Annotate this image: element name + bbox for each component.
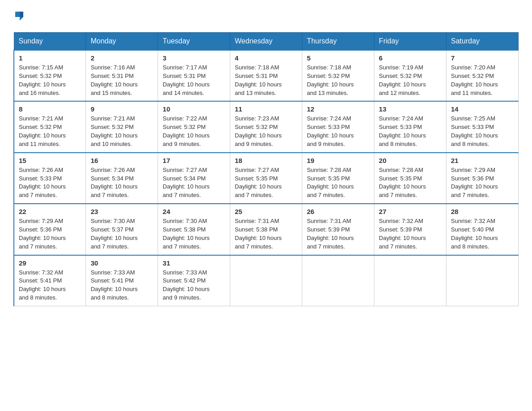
header-sunday: Sunday xyxy=(14,33,86,51)
calendar-day-cell: 8 Sunrise: 7:21 AMSunset: 5:32 PMDayligh… xyxy=(14,101,86,152)
day-info: Sunrise: 7:29 AMSunset: 5:36 PMDaylight:… xyxy=(451,167,498,199)
day-number: 5 xyxy=(307,54,369,62)
day-number: 18 xyxy=(235,157,297,164)
day-info: Sunrise: 7:33 AMSunset: 5:41 PMDaylight:… xyxy=(90,269,137,301)
day-number: 1 xyxy=(19,54,81,62)
calendar-empty-cell xyxy=(230,255,302,306)
calendar-day-cell: 27 Sunrise: 7:32 AMSunset: 5:39 PMDaylig… xyxy=(374,204,446,255)
calendar-day-cell: 11 Sunrise: 7:23 AMSunset: 5:32 PMDaylig… xyxy=(230,101,302,152)
header-thursday: Thursday xyxy=(302,33,374,51)
day-number: 4 xyxy=(235,54,297,62)
day-number: 20 xyxy=(379,157,442,164)
day-info: Sunrise: 7:24 AMSunset: 5:33 PMDaylight:… xyxy=(379,115,426,147)
day-info: Sunrise: 7:26 AMSunset: 5:34 PMDaylight:… xyxy=(90,167,137,199)
day-number: 15 xyxy=(19,157,81,164)
calendar-day-cell: 19 Sunrise: 7:28 AMSunset: 5:35 PMDaylig… xyxy=(302,153,374,204)
day-info: Sunrise: 7:16 AMSunset: 5:31 PMDaylight:… xyxy=(90,64,137,96)
day-info: Sunrise: 7:22 AMSunset: 5:32 PMDaylight:… xyxy=(163,115,210,147)
calendar-day-cell: 22 Sunrise: 7:29 AMSunset: 5:36 PMDaylig… xyxy=(14,204,86,255)
calendar-day-cell: 5 Sunrise: 7:18 AMSunset: 5:32 PMDayligh… xyxy=(302,50,374,101)
day-number: 24 xyxy=(163,208,225,215)
svg-marker-1 xyxy=(20,12,23,17)
day-number: 19 xyxy=(307,157,369,164)
calendar-day-cell: 26 Sunrise: 7:31 AMSunset: 5:39 PMDaylig… xyxy=(302,204,374,255)
day-info: Sunrise: 7:18 AMSunset: 5:32 PMDaylight:… xyxy=(307,64,354,96)
calendar-day-cell: 29 Sunrise: 7:32 AMSunset: 5:41 PMDaylig… xyxy=(14,255,86,306)
header-saturday: Saturday xyxy=(446,33,519,51)
calendar-day-cell: 12 Sunrise: 7:24 AMSunset: 5:33 PMDaylig… xyxy=(302,101,374,152)
day-number: 10 xyxy=(163,105,225,113)
day-info: Sunrise: 7:33 AMSunset: 5:42 PMDaylight:… xyxy=(163,269,210,301)
day-number: 9 xyxy=(90,105,153,113)
calendar-week-row: 29 Sunrise: 7:32 AMSunset: 5:41 PMDaylig… xyxy=(14,255,519,306)
day-number: 3 xyxy=(163,54,225,62)
day-number: 22 xyxy=(19,208,81,215)
day-number: 12 xyxy=(307,105,369,113)
day-number: 26 xyxy=(307,208,369,215)
calendar-day-cell: 17 Sunrise: 7:27 AMSunset: 5:34 PMDaylig… xyxy=(158,153,230,204)
calendar-day-cell: 6 Sunrise: 7:19 AMSunset: 5:32 PMDayligh… xyxy=(374,50,446,101)
page-header xyxy=(13,9,519,23)
day-info: Sunrise: 7:18 AMSunset: 5:31 PMDaylight:… xyxy=(235,64,282,96)
day-number: 27 xyxy=(379,208,442,215)
day-number: 17 xyxy=(163,157,225,164)
logo xyxy=(13,9,26,23)
day-number: 13 xyxy=(379,105,442,113)
day-info: Sunrise: 7:31 AMSunset: 5:38 PMDaylight:… xyxy=(235,218,282,250)
calendar-day-cell: 14 Sunrise: 7:25 AMSunset: 5:33 PMDaylig… xyxy=(446,101,519,152)
header-monday: Monday xyxy=(86,33,158,51)
calendar-empty-cell xyxy=(374,255,446,306)
day-number: 25 xyxy=(235,208,297,215)
calendar-day-cell: 23 Sunrise: 7:30 AMSunset: 5:37 PMDaylig… xyxy=(86,204,158,255)
day-info: Sunrise: 7:21 AMSunset: 5:32 PMDaylight:… xyxy=(19,115,66,147)
calendar-day-cell: 31 Sunrise: 7:33 AMSunset: 5:42 PMDaylig… xyxy=(158,255,230,306)
logo-arrow-icon xyxy=(13,9,26,23)
calendar-week-row: 22 Sunrise: 7:29 AMSunset: 5:36 PMDaylig… xyxy=(14,204,519,255)
day-info: Sunrise: 7:32 AMSunset: 5:39 PMDaylight:… xyxy=(379,218,426,250)
calendar-day-cell: 28 Sunrise: 7:32 AMSunset: 5:40 PMDaylig… xyxy=(446,204,519,255)
calendar-day-cell: 21 Sunrise: 7:29 AMSunset: 5:36 PMDaylig… xyxy=(446,153,519,204)
day-number: 8 xyxy=(19,105,81,113)
day-info: Sunrise: 7:20 AMSunset: 5:32 PMDaylight:… xyxy=(451,64,498,96)
calendar-day-cell: 7 Sunrise: 7:20 AMSunset: 5:32 PMDayligh… xyxy=(446,50,519,101)
calendar-week-row: 15 Sunrise: 7:26 AMSunset: 5:33 PMDaylig… xyxy=(14,153,519,204)
day-info: Sunrise: 7:28 AMSunset: 5:35 PMDaylight:… xyxy=(379,167,426,199)
calendar-day-cell: 20 Sunrise: 7:28 AMSunset: 5:35 PMDaylig… xyxy=(374,153,446,204)
day-info: Sunrise: 7:32 AMSunset: 5:40 PMDaylight:… xyxy=(451,218,498,250)
day-info: Sunrise: 7:25 AMSunset: 5:33 PMDaylight:… xyxy=(451,115,498,147)
calendar-day-cell: 3 Sunrise: 7:17 AMSunset: 5:31 PMDayligh… xyxy=(158,50,230,101)
calendar-week-row: 1 Sunrise: 7:15 AMSunset: 5:32 PMDayligh… xyxy=(14,50,519,101)
day-info: Sunrise: 7:28 AMSunset: 5:35 PMDaylight:… xyxy=(307,167,354,199)
calendar-day-cell: 4 Sunrise: 7:18 AMSunset: 5:31 PMDayligh… xyxy=(230,50,302,101)
calendar-day-cell: 30 Sunrise: 7:33 AMSunset: 5:41 PMDaylig… xyxy=(86,255,158,306)
day-info: Sunrise: 7:21 AMSunset: 5:32 PMDaylight:… xyxy=(90,115,137,147)
day-info: Sunrise: 7:32 AMSunset: 5:41 PMDaylight:… xyxy=(19,269,66,301)
calendar-day-cell: 15 Sunrise: 7:26 AMSunset: 5:33 PMDaylig… xyxy=(14,153,86,204)
day-number: 28 xyxy=(451,208,514,215)
day-number: 11 xyxy=(235,105,297,113)
header-friday: Friday xyxy=(374,33,446,51)
day-info: Sunrise: 7:30 AMSunset: 5:37 PMDaylight:… xyxy=(90,218,137,250)
calendar-day-cell: 10 Sunrise: 7:22 AMSunset: 5:32 PMDaylig… xyxy=(158,101,230,152)
day-number: 6 xyxy=(379,54,442,62)
calendar-empty-cell xyxy=(446,255,519,306)
day-info: Sunrise: 7:19 AMSunset: 5:32 PMDaylight:… xyxy=(379,64,426,96)
calendar-day-cell: 25 Sunrise: 7:31 AMSunset: 5:38 PMDaylig… xyxy=(230,204,302,255)
day-info: Sunrise: 7:27 AMSunset: 5:35 PMDaylight:… xyxy=(235,167,282,199)
calendar-week-row: 8 Sunrise: 7:21 AMSunset: 5:32 PMDayligh… xyxy=(14,101,519,152)
calendar-day-cell: 2 Sunrise: 7:16 AMSunset: 5:31 PMDayligh… xyxy=(86,50,158,101)
day-info: Sunrise: 7:23 AMSunset: 5:32 PMDaylight:… xyxy=(235,115,282,147)
day-number: 21 xyxy=(451,157,514,164)
day-info: Sunrise: 7:30 AMSunset: 5:38 PMDaylight:… xyxy=(163,218,210,250)
day-info: Sunrise: 7:24 AMSunset: 5:33 PMDaylight:… xyxy=(307,115,354,147)
day-info: Sunrise: 7:27 AMSunset: 5:34 PMDaylight:… xyxy=(163,167,210,199)
calendar-day-cell: 18 Sunrise: 7:27 AMSunset: 5:35 PMDaylig… xyxy=(230,153,302,204)
calendar-table: SundayMondayTuesdayWednesdayThursdayFrid… xyxy=(13,32,519,306)
day-info: Sunrise: 7:29 AMSunset: 5:36 PMDaylight:… xyxy=(19,218,66,250)
day-number: 23 xyxy=(90,208,153,215)
day-number: 7 xyxy=(451,54,514,62)
day-number: 16 xyxy=(90,157,153,164)
calendar-day-cell: 13 Sunrise: 7:24 AMSunset: 5:33 PMDaylig… xyxy=(374,101,446,152)
day-number: 14 xyxy=(451,105,514,113)
day-number: 31 xyxy=(163,259,225,267)
